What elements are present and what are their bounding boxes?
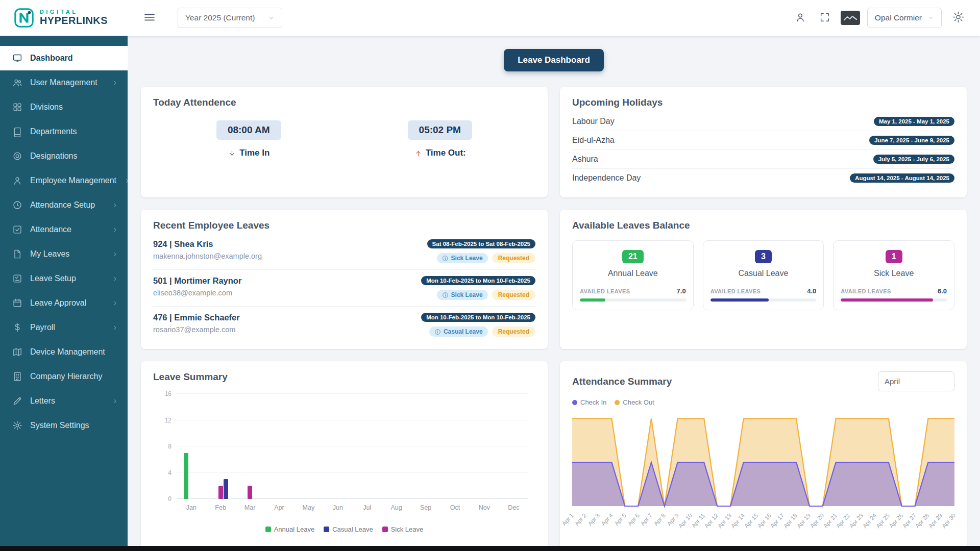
x-axis-label: Jun (333, 504, 343, 511)
sidebar-item-leave-approval[interactable]: Leave Approval (0, 291, 128, 315)
leave-dashboard-button[interactable]: Leave Dashboard (504, 49, 604, 71)
check-square-icon (12, 224, 22, 235)
x-axis-label: Aug (391, 504, 402, 511)
card-title: Recent Employee Leaves (153, 220, 535, 231)
sidebar-item-employee-management[interactable]: Employee Management (0, 168, 128, 193)
brand-text: DIGITAL HYPERLINKS (40, 9, 108, 26)
employee-leave-link[interactable]: 501 | Mortimer Raynor (153, 276, 241, 286)
progress-track (841, 298, 947, 302)
profile-icon-button[interactable] (792, 9, 809, 28)
person-icon (12, 176, 22, 186)
topbar-actions: Opal Cormier (792, 8, 980, 28)
bar-annual-leave (184, 453, 188, 499)
legend-item: Sick Leave (382, 525, 424, 533)
leave-badges: Sick LeaveRequested (437, 253, 535, 263)
upcoming-holidays-card: Upcoming Holidays Labour DayMay 1, 2025 … (560, 87, 967, 197)
holiday-row: AshuraJuly 5, 2025 - July 6, 2025 (572, 150, 954, 169)
sidebar-item-departments[interactable]: Departments (0, 119, 128, 144)
sidebar-item-attendance-setup[interactable]: Attendance Setup (0, 193, 128, 217)
x-axis-label: Apr (274, 504, 284, 511)
time-out-block: 05:02 PM Time Out: (345, 120, 536, 158)
sidebar-item-system-settings[interactable]: System Settings (0, 413, 128, 438)
dollar-icon (12, 322, 22, 333)
gear-icon (12, 420, 22, 431)
leave-type-name: Casual Leave (739, 269, 789, 278)
leave-details: Mon 10-Feb-2025 to Mon 10-Feb-2025Casual… (421, 313, 535, 337)
holiday-dates-badge: August 14, 2025 - August 14, 2025 (850, 173, 954, 183)
file-icon (12, 249, 22, 259)
sidebar-item-company-hierarchy[interactable]: Company Hierarchy (0, 364, 128, 389)
handshake-image[interactable] (841, 11, 860, 25)
card-title: Upcoming Holidays (572, 97, 954, 108)
leave-list: 924 | Shea Krismakenna.johnston@example.… (153, 233, 535, 339)
sidebar-item-payroll[interactable]: Payroll (0, 315, 128, 340)
x-axis-label: Jul (363, 504, 371, 511)
sidebar-item-leave-setup[interactable]: Leave Setup (0, 266, 128, 291)
user-menu[interactable]: Opal Cormier (867, 8, 942, 28)
employee-leave-link[interactable]: 476 | Emmie Schaefer (153, 313, 240, 322)
settings-gear-button[interactable] (949, 8, 968, 28)
y-axis-label: 0 (168, 495, 172, 503)
sidebar-item-dashboard[interactable]: Dashboard (0, 46, 128, 70)
chevron-right-icon (112, 251, 118, 258)
pen-icon (12, 396, 22, 406)
employee-leave-link[interactable]: 924 | Shea Kris (153, 239, 213, 249)
sidebar-item-my-leaves[interactable]: My Leaves (0, 242, 128, 266)
fullscreen-button[interactable] (816, 9, 834, 28)
employee-email: makenna.johnston@example.org (153, 252, 262, 260)
sidebar-item-attendance[interactable]: Attendance (0, 217, 128, 242)
sidebar-item-label: Dashboard (30, 54, 73, 63)
leave-count-badge: 1 (886, 250, 902, 263)
x-axis-label: Jan (186, 504, 197, 511)
user-name: Opal Cormier (875, 13, 922, 22)
holiday-name: Ashura (572, 155, 598, 164)
bar-sick-leave (248, 486, 252, 499)
sidebar-item-label: Departments (30, 127, 77, 136)
sidebar-item-letters[interactable]: Letters (0, 389, 128, 413)
users-icon (12, 78, 22, 88)
leave-balance-item-annual-leave: 21Annual LeaveAVAILED LEAVES7.0 (572, 240, 694, 310)
sidebar-item-designations[interactable]: Designations (0, 144, 128, 168)
leave-type-badge: Sick Leave (437, 290, 488, 300)
progress-fill (580, 298, 605, 302)
sidebar-toggle-button[interactable] (140, 8, 159, 29)
leave-badges: Sick LeaveRequested (437, 290, 535, 300)
sidebar-item-label: Attendance Setup (30, 201, 95, 210)
availed-label: AVAILED LEAVES (841, 288, 891, 294)
brand-line2: HYPERLINKS (40, 15, 108, 27)
card-header-row: Attendance Summary (572, 371, 954, 391)
sidebar-item-label: Divisions (30, 103, 63, 112)
chevron-down-icon (268, 15, 275, 21)
time-out-value: 05:02 PM (408, 120, 472, 140)
leave-employee: 501 | Mortimer Raynoreliseo38@example.co… (153, 276, 241, 297)
x-axis-label: Feb (215, 504, 226, 511)
leave-dates-badge: Sat 08-Feb-2025 to Sat 08-Feb-2025 (427, 239, 535, 248)
month-filter-input[interactable] (878, 371, 954, 391)
sidebar-item-label: User Management (30, 78, 97, 87)
clock-icon (12, 200, 22, 210)
holiday-row: Independence DayAugust 14, 2025 - August… (572, 169, 954, 187)
sidebar-item-divisions[interactable]: Divisions (0, 95, 128, 119)
chart-plot-area: 0481216JanFebMarAprMayJunJulAugSepOctNov… (177, 394, 528, 499)
x-axis-label: Mar (244, 504, 256, 511)
page-head: Leave Dashboard (128, 49, 980, 71)
leave-type-badge: Sick Leave (437, 253, 488, 263)
leave-employee: 476 | Emmie Schaeferrosario37@example.co… (153, 313, 240, 334)
attendance-area-chart (572, 409, 954, 509)
x-axis-label: Sep (420, 504, 431, 511)
leave-type-name: Sick Leave (874, 269, 914, 278)
sidebar-item-device-management[interactable]: Device Management (0, 340, 128, 364)
sidebar-item-user-management[interactable]: User Management (0, 70, 128, 95)
progress-track (580, 298, 686, 302)
handshake-icon (841, 11, 860, 25)
brand-logo[interactable]: DIGITAL HYPERLINKS (0, 7, 128, 29)
sidebar-item-label: Company Hierarchy (30, 372, 102, 381)
arrow-up-icon (414, 149, 423, 158)
bar-sick-leave (218, 486, 223, 499)
year-select[interactable]: Year 2025 (Current) (178, 8, 282, 28)
gridline (177, 498, 528, 499)
info-icon (442, 292, 449, 298)
sidebar-item-label: Leave Setup (30, 274, 76, 283)
time-in-label-row: Time In (228, 148, 270, 158)
leave-row: 924 | Shea Krismakenna.johnston@example.… (153, 233, 535, 270)
